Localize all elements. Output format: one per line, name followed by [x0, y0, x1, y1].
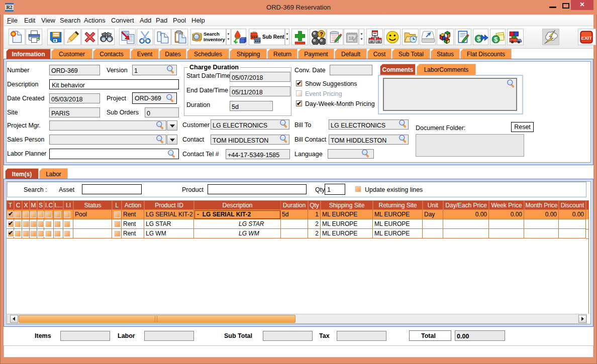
svg-text:$: $ [477, 35, 480, 43]
svg-text:?: ? [320, 31, 323, 37]
svg-text:EXIT: EXIT [581, 35, 592, 41]
svg-text:$: $ [494, 36, 497, 43]
